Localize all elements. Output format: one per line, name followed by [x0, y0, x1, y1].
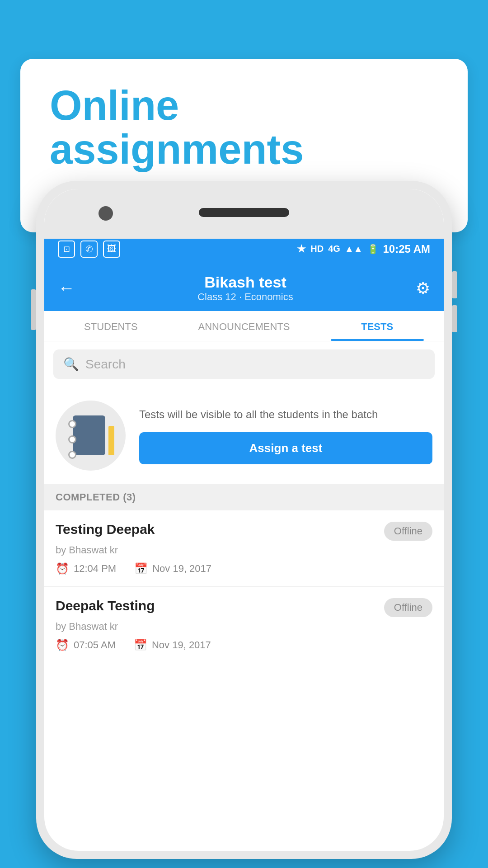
back-button[interactable]: ← [58, 278, 75, 298]
assign-test-button[interactable]: Assign a test [139, 432, 432, 464]
assign-right: Tests will be visible to all the student… [139, 407, 432, 464]
offline-badge-1: Offline [384, 522, 432, 541]
test-author-1: by Bhaswat kr [56, 544, 432, 556]
test-name-1: Testing Deepak [56, 522, 155, 537]
test-item-header-2: Deepak Testing Offline [56, 598, 432, 617]
bluetooth-icon: ★ [297, 243, 306, 255]
app-bar-subtitle: Class 12 · Economics [197, 291, 293, 303]
camera-dot [99, 206, 113, 221]
test-icon-circle [56, 401, 126, 471]
search-bar[interactable]: 🔍 Search [53, 349, 435, 379]
test-time-1: ⏰ 12:04 PM [56, 562, 116, 575]
assign-section: Tests will be visible to all the student… [44, 387, 444, 484]
status-icons-left: ⊡ ✆ 🖼 [58, 241, 120, 258]
test-name-2: Deepak Testing [56, 598, 155, 613]
phone-camera-area [44, 189, 444, 239]
battery-icon: 🔋 [367, 244, 379, 255]
hero-title: Online assignments [50, 84, 438, 171]
test-item-2[interactable]: Deepak Testing Offline by Bhaswat kr ⏰ 0… [44, 587, 444, 663]
tab-bar: STUDENTS ANNOUNCEMENTS TESTS [44, 311, 444, 341]
app-bar-title: Bikash test [197, 274, 293, 291]
search-placeholder: Search [85, 357, 126, 372]
power-button [31, 289, 36, 330]
search-bar-container: 🔍 Search [44, 341, 444, 387]
completed-label: COMPLETED (3) [56, 491, 136, 503]
completed-header: COMPLETED (3) [44, 484, 444, 510]
whatsapp-icon: ✆ [80, 241, 98, 258]
test-item[interactable]: Testing Deepak Offline by Bhaswat kr ⏰ 1… [44, 510, 444, 587]
hd-label: HD [310, 244, 324, 254]
calendar-icon-2: 📅 [134, 639, 147, 651]
test-icon-inner [73, 415, 109, 456]
test-meta-1: ⏰ 12:04 PM 📅 Nov 19, 2017 [56, 562, 432, 575]
tab-tests[interactable]: TESTS [310, 311, 444, 341]
image-icon: 🖼 [103, 241, 120, 258]
calendar-icon-1: 📅 [134, 562, 148, 575]
test-meta-2: ⏰ 07:05 AM 📅 Nov 19, 2017 [56, 639, 432, 651]
app-bar-center: Bikash test Class 12 · Economics [197, 274, 293, 303]
test-time-2: ⏰ 07:05 AM [56, 639, 116, 651]
test-item-header: Testing Deepak Offline [56, 522, 432, 541]
signal-icon: ▲▲ [345, 244, 363, 254]
settings-icon[interactable]: ⚙ [416, 279, 430, 298]
volume-down-button [452, 305, 457, 332]
search-icon: 🔍 [63, 357, 79, 372]
clock-icon-2: ⏰ [56, 639, 69, 651]
offline-badge-2: Offline [384, 598, 432, 617]
tab-students[interactable]: STUDENTS [44, 311, 178, 341]
notification-icon: ⊡ [58, 241, 75, 258]
volume-up-button [452, 271, 457, 298]
assign-desc: Tests will be visible to all the student… [139, 407, 432, 422]
clock-icon-1: ⏰ [56, 562, 69, 575]
test-date-2: 📅 Nov 19, 2017 [134, 639, 211, 651]
phone-inner: ⊡ ✆ 🖼 ★ HD 4G ▲▲ 🔋 10:25 AM [44, 189, 444, 851]
tab-announcements[interactable]: ANNOUNCEMENTS [178, 311, 311, 341]
status-icons-right: ★ HD 4G ▲▲ 🔋 10:25 AM [297, 243, 430, 255]
test-date-1: 📅 Nov 19, 2017 [134, 562, 211, 575]
network-label: 4G [328, 244, 340, 254]
app-bar: ← Bikash test Class 12 · Economics ⚙ [44, 264, 444, 311]
test-author-2: by Bhaswat kr [56, 621, 432, 632]
phone-screen: ⊡ ✆ 🖼 ★ HD 4G ▲▲ 🔋 10:25 AM [44, 234, 444, 851]
status-time: 10:25 AM [383, 243, 430, 255]
speaker-bar [199, 208, 289, 217]
phone-mockup: ⊡ ✆ 🖼 ★ HD 4G ▲▲ 🔋 10:25 AM [36, 181, 452, 859]
